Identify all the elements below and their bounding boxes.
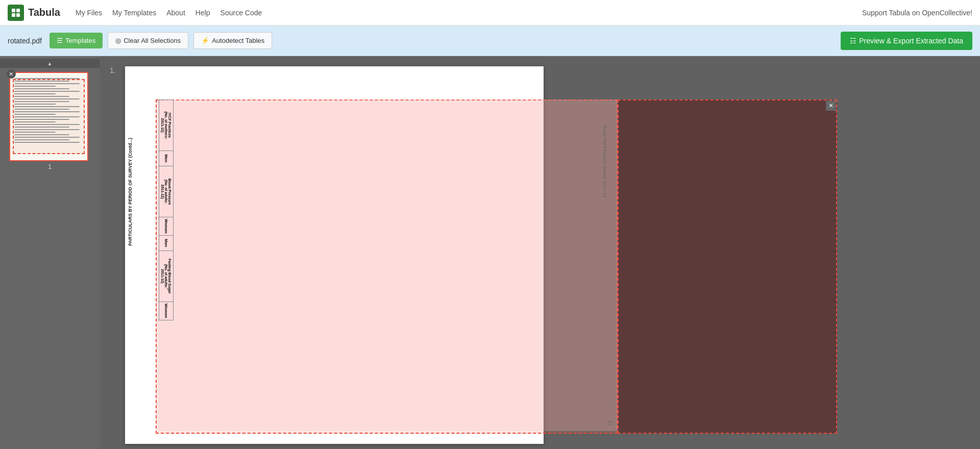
thumb-line xyxy=(14,86,56,87)
thumb-line xyxy=(14,142,80,143)
thumb-line xyxy=(14,134,69,135)
svg-rect-1 xyxy=(16,9,20,12)
thumb-close-button[interactable]: ✕ xyxy=(7,69,16,79)
page-thumb-label: 1 xyxy=(9,163,91,170)
cell: 3195 xyxy=(158,217,159,236)
data-table: IYCF Practices(No. of mothers:2011-12) M… xyxy=(158,99,174,320)
cell: 245 xyxy=(158,100,159,151)
watermark-text: Rural-Third Repeat Survey 2011-12 xyxy=(602,125,607,198)
nav-source-code[interactable]: Source Code xyxy=(220,9,262,17)
svg-rect-3 xyxy=(16,13,20,17)
tabula-logo-icon xyxy=(8,5,24,21)
clear-selections-button[interactable]: ◎ Clear All Selections xyxy=(108,32,188,49)
templates-icon: ☰ xyxy=(57,37,63,44)
cell: 3195 xyxy=(158,166,159,217)
thumb-line xyxy=(14,116,80,117)
table-row: 245 2161 3195 3195 1645 2391 2391 xyxy=(158,100,159,320)
autodetect-button[interactable]: ⚡ Autodetect Tables xyxy=(193,32,272,49)
thumb-line xyxy=(14,127,69,128)
thumb-line xyxy=(14,124,80,125)
thumb-line xyxy=(14,121,56,122)
svg-rect-2 xyxy=(12,13,15,17)
navbar: Tabula My Files My Templates About Help … xyxy=(0,0,980,26)
thumb-line xyxy=(14,137,80,138)
filename-label: rotated.pdf xyxy=(8,37,42,45)
thumb-line xyxy=(14,111,80,112)
col-iycf: IYCF Practices(No. of mothers:2011-12) xyxy=(159,100,174,151)
cell: 1645 xyxy=(158,235,159,251)
table-header-row: IYCF Practices(No. of mothers:2011-12) M… xyxy=(159,100,174,320)
brand-logo: Tabula xyxy=(8,5,60,21)
col-fbs: Fasting Blood Sugar(No. of adults:2011-1… xyxy=(159,251,174,302)
thumb-line xyxy=(14,93,56,94)
nav-my-files[interactable]: My Files xyxy=(76,9,102,17)
thumb-line xyxy=(14,104,56,105)
selection-overflow-right: ✕ xyxy=(618,99,837,434)
nav-help[interactable]: Help xyxy=(195,9,210,17)
sidebar: ▲ ✕ xyxy=(0,56,100,449)
pdf-viewing-area[interactable]: 1. PARTICULARS BY PERIOD OF SURVEY (Cont… xyxy=(100,56,980,449)
nav-my-templates[interactable]: My Templates xyxy=(112,9,156,17)
selection-close-button[interactable]: ✕ xyxy=(826,101,836,111)
thumb-line xyxy=(14,106,80,107)
scroll-up-button[interactable]: ▲ xyxy=(0,59,100,68)
thumb-line xyxy=(14,96,69,97)
preview-export-button[interactable]: ☷ Preview & Export Extracted Data xyxy=(841,32,972,50)
page-num-bottom: 72 xyxy=(607,420,612,426)
thumb-line xyxy=(14,119,69,120)
page-number: 1. xyxy=(110,66,116,74)
rotated-table-wrapper: IYCF Practices(No. of mothers:2011-12) M… xyxy=(158,99,174,406)
col-fbs-men: Men xyxy=(159,235,174,251)
survey-period-label: PARTICULARS BY PERIOD OF SURVEY (Contd..… xyxy=(128,138,133,246)
col-fbs-women: Women xyxy=(159,302,174,320)
svg-rect-0 xyxy=(12,9,15,12)
col-bp-men: Men xyxy=(159,151,174,166)
toolbar: rotated.pdf ☰ Templates ◎ Clear All Sele… xyxy=(0,26,980,56)
table-icon: ☷ xyxy=(850,37,856,45)
cell: 2391 xyxy=(158,302,159,320)
support-text: Support Tabula on OpenCollective! xyxy=(862,9,972,17)
thumb-line xyxy=(14,139,69,140)
thumb-content-lines xyxy=(14,78,83,144)
lightning-icon: ⚡ xyxy=(201,37,209,44)
thumb-line xyxy=(14,129,80,130)
target-icon: ◎ xyxy=(115,37,121,44)
pdf-page: PARTICULARS BY PERIOD OF SURVEY (Contd..… xyxy=(125,66,544,444)
thumb-line xyxy=(14,98,80,99)
page-thumbnail[interactable] xyxy=(9,72,88,161)
cell: 2391 xyxy=(158,251,159,302)
col-bp: Blood Pressure(No. of adults:2011-12) xyxy=(159,166,174,217)
thumb-line xyxy=(14,114,56,115)
templates-button[interactable]: ☰ Templates xyxy=(50,33,103,48)
thumb-line xyxy=(14,78,80,79)
thumb-line xyxy=(14,83,80,84)
nav-links: My Files My Templates About Help Source … xyxy=(76,9,262,17)
thumb-line xyxy=(14,88,69,89)
thumb-line xyxy=(14,101,69,102)
pdf-table-area: IYCF Practices(No. of mothers:2011-12) M… xyxy=(158,99,618,431)
page-thumbnail-container: ✕ xyxy=(9,72,91,170)
thumb-line xyxy=(14,109,69,110)
main-layout: ▲ ✕ xyxy=(0,56,980,449)
thumb-line xyxy=(14,91,80,92)
table-body: 245 2161 3195 3195 1645 2391 2391 413 21… xyxy=(158,100,159,320)
col-bp-women: Women xyxy=(159,217,174,236)
thumb-line xyxy=(14,132,56,133)
thumb-line xyxy=(14,81,69,82)
nav-about[interactable]: About xyxy=(166,9,185,17)
brand-name: Tabula xyxy=(28,7,60,18)
cell: 2161 xyxy=(158,151,159,166)
